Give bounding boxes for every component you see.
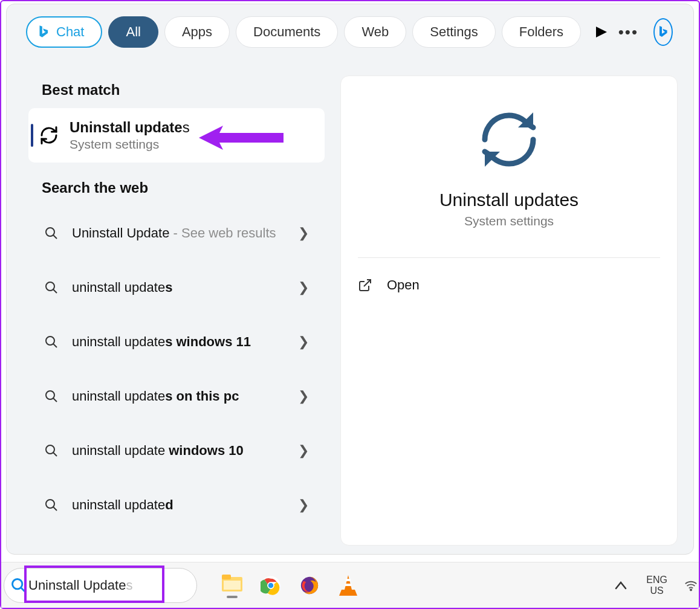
search-icon: [39, 498, 63, 512]
web-result-text: uninstall updates on this pc: [72, 387, 290, 405]
web-result[interactable]: Uninstall Update - See web results ❯: [28, 206, 325, 260]
svg-point-10: [46, 500, 54, 508]
svg-point-12: [13, 579, 22, 588]
bing-chat-button[interactable]: [653, 18, 673, 46]
search-icon: [39, 226, 63, 240]
web-result[interactable]: uninstall updates windows 11 ❯: [28, 315, 325, 369]
web-result-text: uninstall updates: [72, 279, 290, 297]
web-results-list: Uninstall Update - See web results ❯ uni…: [28, 206, 325, 532]
svg-line-5: [53, 344, 57, 347]
svg-point-6: [46, 391, 54, 399]
filter-web-label: Web: [361, 24, 389, 40]
selection-indicator: [31, 124, 33, 147]
best-match-heading: Best match: [42, 82, 325, 98]
firefox-icon[interactable]: [299, 575, 320, 596]
svg-point-2: [46, 282, 54, 291]
best-match-title: Uninstall updates: [70, 119, 190, 136]
chrome-icon[interactable]: [260, 575, 282, 596]
taskbar-search-ghost: s: [126, 578, 132, 593]
filter-web[interactable]: Web: [344, 16, 406, 48]
divider: [358, 257, 660, 258]
filter-settings[interactable]: Settings: [412, 16, 496, 48]
filter-documents[interactable]: Documents: [236, 16, 338, 48]
preview-pane: Uninstall updates System settings Open: [340, 76, 678, 546]
web-result[interactable]: uninstall updates on this pc ❯: [28, 369, 325, 424]
file-explorer-icon[interactable]: [221, 573, 243, 598]
bing-icon: [36, 24, 51, 40]
vlc-icon[interactable]: [337, 575, 359, 596]
taskbar-search-typed: Uninstall Update: [28, 578, 126, 593]
tray-overflow-icon[interactable]: [609, 578, 633, 593]
svg-line-1: [53, 235, 57, 239]
svg-point-8: [46, 445, 54, 454]
web-result[interactable]: uninstall updates ❯: [28, 260, 325, 315]
refresh-icon: [470, 100, 548, 179]
filter-settings-label: Settings: [430, 24, 478, 40]
search-web-heading: Search the web: [42, 179, 325, 196]
windows-search-panel: Chat All Apps Documents Web Settings Fol…: [6, 4, 694, 555]
best-match-result[interactable]: Uninstall updates System settings: [28, 108, 325, 163]
ellipsis-icon: •••: [618, 23, 638, 42]
options-button[interactable]: •••: [618, 16, 639, 48]
web-result-text: uninstall update windows 10: [72, 442, 290, 460]
web-result-text: uninstall updates windows 11: [72, 333, 290, 351]
svg-point-4: [46, 337, 54, 345]
svg-line-9: [53, 453, 57, 456]
svg-marker-24: [339, 590, 357, 596]
refresh-icon: [37, 123, 61, 147]
chevron-right-icon: ❯: [298, 280, 316, 295]
preview-subtitle: System settings: [341, 214, 677, 228]
svg-point-25: [690, 589, 692, 590]
svg-rect-15: [222, 575, 231, 579]
search-icon: [39, 280, 63, 295]
svg-rect-23: [345, 584, 352, 586]
web-result[interactable]: uninstall update windows 10 ❯: [28, 424, 325, 478]
filter-chat-label: Chat: [56, 24, 84, 40]
language-indicator[interactable]: ENG US: [643, 572, 671, 598]
bing-icon: [656, 25, 670, 39]
filter-apps-label: Apps: [182, 24, 212, 40]
svg-rect-16: [224, 581, 241, 590]
open-external-icon: [358, 278, 372, 292]
web-result[interactable]: uninstall updated ❯: [28, 478, 325, 532]
results-column: Best match Uninstall updates System se: [28, 69, 325, 532]
language-line1: ENG: [646, 575, 667, 585]
taskbar-system-tray: ENG US: [609, 572, 699, 598]
taskbar-search-input[interactable]: Uninstall Updates: [4, 568, 197, 603]
search-filter-row: Chat All Apps Documents Web Settings Fol…: [7, 4, 693, 59]
search-icon: [10, 577, 27, 594]
filter-documents-label: Documents: [253, 24, 320, 40]
chevron-right-icon: ❯: [298, 497, 316, 513]
svg-line-11: [53, 507, 57, 511]
chevron-right-icon: ❯: [298, 225, 316, 241]
filter-apps[interactable]: Apps: [164, 16, 230, 48]
best-match-subtitle: System settings: [70, 137, 190, 152]
taskbar: Uninstall Updates: [1, 562, 699, 608]
filter-chat[interactable]: Chat: [26, 16, 102, 48]
search-icon: [39, 335, 63, 349]
language-line2: US: [646, 585, 667, 596]
filter-all-label: All: [126, 24, 140, 40]
chevron-right-icon: ❯: [298, 388, 316, 404]
filter-folders[interactable]: Folders: [502, 16, 581, 48]
preview-title: Uninstall updates: [341, 190, 677, 210]
more-filters-expand-icon[interactable]: [591, 16, 612, 48]
chevron-right-icon: ❯: [298, 334, 316, 350]
svg-line-13: [21, 587, 25, 591]
search-icon: [39, 443, 63, 458]
open-button[interactable]: Open: [341, 263, 677, 308]
taskbar-pinned-apps: [221, 573, 359, 598]
filter-folders-label: Folders: [519, 24, 563, 40]
web-result-text: Uninstall Update - See web results: [72, 224, 290, 242]
svg-marker-21: [345, 575, 352, 590]
open-label: Open: [387, 277, 420, 293]
svg-point-0: [46, 228, 54, 236]
svg-line-7: [53, 398, 57, 402]
svg-rect-22: [346, 579, 351, 581]
svg-line-3: [53, 289, 57, 293]
search-icon: [39, 389, 63, 404]
wifi-icon[interactable]: [684, 579, 698, 591]
filter-all[interactable]: All: [108, 16, 158, 48]
chevron-right-icon: ❯: [298, 443, 316, 459]
web-result-text: uninstall updated: [72, 496, 290, 514]
